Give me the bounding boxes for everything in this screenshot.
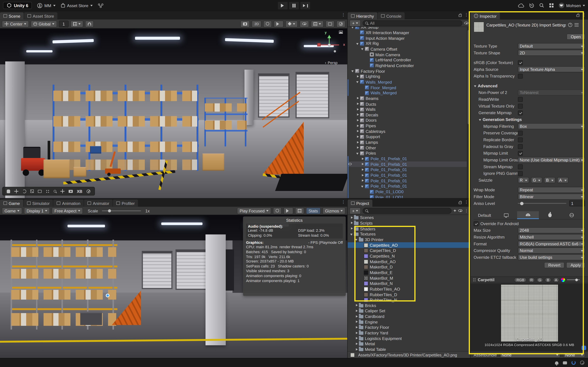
tab-simulator[interactable]: Simulator [24,200,53,207]
aniso-level-value[interactable]: 1 [569,200,585,206]
preview-menu-icon[interactable]: ⋮ [582,278,586,282]
scale-slider[interactable] [102,210,141,211]
hierarchy-item-doors[interactable]: Doors [348,117,470,123]
gizmo-z-handle[interactable] [334,50,336,52]
expand-arrow-icon[interactable] [356,113,360,117]
more-tools-icon[interactable] [46,189,50,193]
project-item-makerbot-m[interactable]: MakerBot_M [348,275,470,281]
expand-arrow-icon[interactable] [356,140,360,145]
dropdown-compressor-quality[interactable]: Normal [518,248,585,253]
hierarchy-item-pole-01-prefab-01[interactable]: Pole_01_Prefab_01› [348,178,470,184]
project-item-factory-yard[interactable]: Factory Yard [348,330,470,336]
gizmo-center[interactable] [328,43,331,47]
hierarchy-item-main-camera[interactable]: Main Camera [348,52,470,57]
expand-arrow-icon[interactable] [361,162,364,167]
hierarchy-item-poles[interactable]: Poles [348,150,470,156]
project-item-scenes[interactable]: Scenes [348,215,470,220]
hierarchy-item-pole-01-prefab-01[interactable]: Pole_01_Prefab_01› [348,156,470,162]
dropdown-max-size[interactable]: 2048 [518,227,585,233]
asset-store-menu[interactable]: Asset Store [61,3,92,8]
view-2d-toggle[interactable]: 2D [252,20,261,27]
expand-arrow-icon[interactable] [355,309,358,313]
expand-arrow-icon[interactable] [350,226,354,231]
hierarchy-item-pole-01-prefab-01[interactable]: Pole_01_Prefab_01› [348,162,470,167]
swizzle-g-dropdown[interactable]: G [531,177,542,183]
aspect-ratio-dropdown[interactable]: Free Aspect [52,207,83,214]
lock-icon[interactable] [459,202,462,204]
lock-icon[interactable] [576,14,579,17]
background-task-progress-icon[interactable] [571,361,576,365]
create-asset-button[interactable]: + [349,207,361,214]
project-item-textures[interactable]: Textures [348,231,470,237]
dropdown-mipmap-filtering[interactable]: Box [518,123,585,129]
expand-arrow-icon[interactable] [361,167,364,172]
hierarchy-item-beams[interactable]: Beams [348,96,470,101]
expand-arrow-icon[interactable] [355,237,358,242]
platform-tab-android[interactable] [517,211,539,219]
projection-mode-label[interactable]: ‹Persp [325,61,337,65]
expand-arrow-icon[interactable] [356,151,360,155]
scale-tool-icon[interactable] [30,189,34,193]
expand-arrow-icon[interactable] [355,331,358,335]
dropdown-alpha-source[interactable]: Input Texture Alpha [518,66,585,72]
lock-icon[interactable] [459,14,462,17]
expand-arrow-icon[interactable] [351,27,355,29]
mip-level-slider[interactable] [567,279,580,280]
expand-arrow-icon[interactable] [355,336,358,341]
tool-handle-rotation-dropdown[interactable]: Global [31,20,57,27]
expand-arrow-icon[interactable] [350,232,354,236]
account-dropdown[interactable]: Mohsen [559,2,585,8]
metrics-grid-button[interactable] [295,207,304,214]
checkbox-replicate-border[interactable] [518,137,523,142]
camera-overlay-icon[interactable] [69,190,73,193]
dropdown-texture-shape[interactable]: 2D [518,50,585,56]
visibility-eye-icon[interactable] [348,163,352,165]
apply-button[interactable]: Apply [566,262,585,268]
hierarchy-search-input[interactable]: All [363,20,462,26]
assetbundle-dropdown[interactable]: None [500,352,560,358]
panel-menu-icon[interactable]: ⋮ [341,13,345,17]
favorites-icon[interactable] [453,209,457,212]
project-item-carpettiles-n[interactable]: Carpettiles_N [348,253,470,259]
checkbox-mipmap-limit[interactable] [518,151,523,156]
tab-animator[interactable]: Animator [84,200,113,207]
hierarchy-item-walls-merged[interactable]: Walls_Merged [348,79,470,85]
channel-rgb-button[interactable]: RGB [514,277,527,282]
expand-arrow-icon[interactable] [361,47,364,51]
layout-grid-icon[interactable] [549,3,554,8]
checkbox-srgb-color-texture[interactable] [518,60,523,65]
draw-mode-button[interactable] [241,20,250,27]
tool-handle-position-dropdown[interactable]: Center [2,20,29,27]
hierarchy-item-pole-01-lod1[interactable]: Pole_01_LOD1 [348,195,470,199]
display-dropdown[interactable]: Display 1 [24,207,50,214]
organization-dropdown[interactable]: MM [37,3,55,8]
create-object-button[interactable]: + [349,20,361,26]
project-item-rubbertiles-n[interactable]: RubberTiles_N [348,297,470,303]
project-item-caliper-set[interactable]: Caliper Set [348,308,470,314]
vsync-toggle[interactable] [273,207,282,214]
dropdown-mipmap-limit-group[interactable]: None (Use Global Mipmap Limit) [518,157,585,163]
project-item-makerbot-e[interactable]: MakerBot_E [348,270,470,275]
platform-tab-web[interactable] [561,211,582,219]
expand-arrow-icon[interactable] [356,80,360,84]
swizzle-r-dropdown[interactable]: R [518,177,529,183]
hierarchy-item-lamps[interactable]: Lamps [348,140,470,145]
gizmos-dropdown[interactable]: Gizmos [322,207,345,214]
collab-chat-icon[interactable] [563,361,567,364]
expand-arrow-icon[interactable] [356,146,360,150]
hierarchy-item-righthand-controller[interactable]: RightHand Controller [348,63,470,68]
tab-inspector[interactable]: iInspector [471,12,500,19]
project-item-logistics-equipment[interactable]: Logistics Equipment [348,336,470,341]
search-icon[interactable] [539,3,544,8]
dropdown-override-etc2-fallback[interactable]: Use build settings [518,254,585,260]
gizmos-visibility-button[interactable] [336,20,345,27]
rotate-tool-icon[interactable] [22,189,26,193]
expand-arrow-icon[interactable] [356,134,360,139]
foldout-arrow-icon[interactable] [474,83,477,88]
notifications-bell-icon[interactable] [555,361,558,364]
transform-overlay-icon[interactable] [61,189,64,193]
expand-arrow-icon[interactable] [356,41,360,46]
hidden-objects-toggle[interactable] [300,20,309,27]
panel-menu-icon[interactable]: ⋮ [464,13,468,17]
dropdown-wrap-mode[interactable]: Repeat [518,187,585,193]
